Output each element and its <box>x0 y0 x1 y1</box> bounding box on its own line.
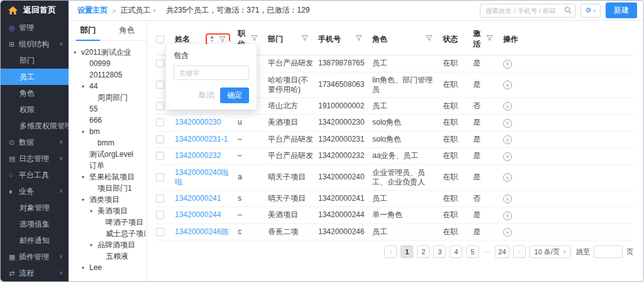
filter-keyword-input[interactable] <box>174 65 249 80</box>
row-checkbox[interactable] <box>156 59 164 67</box>
sidebar-item[interactable]: ♦业务∧ <box>1 183 69 200</box>
row-checkbox[interactable] <box>156 135 164 144</box>
row-actions-chevron-icon[interactable]: ∨ <box>503 102 512 111</box>
sidebar-item[interactable]: ▤日志管理∨ <box>1 150 69 167</box>
row-actions-chevron-icon[interactable]: ∨ <box>503 60 512 69</box>
row-actions-chevron-icon[interactable]: ∨ <box>503 152 512 161</box>
sidebar-item[interactable]: 角色 <box>1 85 69 101</box>
sidebar-item[interactable]: 选项值集 <box>1 216 69 232</box>
select-all-checkbox[interactable] <box>156 35 164 43</box>
tree-node[interactable]: bmm <box>72 137 145 149</box>
filter-confirm-button[interactable]: 确定 <box>220 87 249 103</box>
tree-node[interactable]: ▾酒类项目 <box>72 194 145 205</box>
row-actions-chevron-icon[interactable]: ∨ <box>503 212 512 220</box>
tree-expand-caret-icon[interactable]: ▾ <box>90 242 97 248</box>
tree-node[interactable]: 测试orgLevel <box>72 149 145 160</box>
sidebar-item[interactable]: ◎管理 <box>1 20 69 36</box>
row-checkbox[interactable] <box>156 102 164 110</box>
pagination-page-button[interactable]: 5 <box>466 245 479 258</box>
employee-name-link[interactable]: 13420000240啦啦 <box>175 168 228 186</box>
pagination-page-button[interactable]: 24 <box>495 245 509 258</box>
employee-name-link[interactable]: 13420000244 <box>175 210 221 219</box>
tree-node[interactable]: 威士忌子项目 <box>72 228 145 239</box>
pagination-page-button[interactable]: 1 <box>401 245 413 258</box>
tree-node[interactable]: 周周部门 <box>72 92 145 103</box>
settings-dropdown-button[interactable]: ⚙ ∨ <box>580 4 601 18</box>
row-checkbox[interactable] <box>156 118 164 127</box>
row-checkbox[interactable] <box>156 195 164 203</box>
row-checkbox[interactable] <box>156 152 164 160</box>
tree-node[interactable]: ▾品牌酒项目 <box>72 239 145 251</box>
tree-node[interactable]: ▾v2011测试企业 <box>72 47 145 58</box>
sidebar-item[interactable]: 权限 <box>1 101 69 118</box>
filter-funnel-icon[interactable] <box>426 35 433 42</box>
jump-page-input[interactable] <box>594 245 623 258</box>
breadcrumb-settings-home[interactable]: 设置主页 <box>77 5 108 16</box>
row-checkbox[interactable] <box>156 173 164 181</box>
create-button[interactable]: 新建 <box>606 3 637 18</box>
row-actions-chevron-icon[interactable]: ∨ <box>503 173 512 182</box>
tree-node[interactable]: 20112805 <box>72 69 145 81</box>
sidebar-item[interactable]: 员工 <box>1 69 69 85</box>
pagination-prev-button[interactable]: ‹ <box>384 245 397 258</box>
tree-node[interactable]: 五粮液 <box>72 251 145 262</box>
tree-node[interactable]: ▾Lee <box>72 262 145 273</box>
tree-expand-caret-icon[interactable]: ▾ <box>74 50 81 55</box>
filter-cancel-button[interactable]: 取消 <box>199 90 214 101</box>
row-actions-chevron-icon[interactable]: ∨ <box>503 119 512 128</box>
employee-name-link[interactable]: 13420000241 <box>175 194 221 203</box>
sidebar-item[interactable]: 多维度权限管理 <box>1 118 69 134</box>
sidebar-item[interactable]: ▦插件管理∨ <box>1 249 69 265</box>
tree-expand-caret-icon[interactable]: ▾ <box>90 208 97 214</box>
tree-tab[interactable]: 角色 <box>108 21 147 40</box>
row-actions-chevron-icon[interactable]: ∨ <box>503 195 512 203</box>
breadcrumb-current[interactable]: 正式员工 <box>120 5 150 16</box>
row-checkbox[interactable] <box>156 81 164 89</box>
tree-node[interactable]: 啤酒子项目 <box>72 217 145 228</box>
pagination-page-button[interactable]: 2 <box>417 245 430 258</box>
sidebar-item[interactable]: 邮件通知 <box>1 232 69 249</box>
tree-node[interactable]: ▾美酒项目 <box>72 205 145 217</box>
employee-name-link[interactable]: 13420000231-1 <box>175 135 228 144</box>
tree-expand-caret-icon[interactable]: ▾ <box>82 129 89 135</box>
filter-funnel-icon[interactable] <box>219 36 226 43</box>
pagination-page-button[interactable]: 3 <box>433 245 446 258</box>
pagination-page-button[interactable]: 4 <box>450 245 462 258</box>
sidebar-item[interactable]: 对象管理 <box>1 200 69 216</box>
tree-node[interactable]: 项目部门1 <box>72 183 145 194</box>
sidebar-item[interactable]: ⊙数据∨ <box>1 134 69 150</box>
tree-node[interactable]: ▾44 <box>72 81 145 92</box>
search-input[interactable] <box>480 4 575 18</box>
employee-name-link[interactable]: 13420000230 <box>175 118 221 127</box>
back-home-button[interactable]: 返回首页 <box>1 1 69 20</box>
page-size-select[interactable]: 10 条/页∨ <box>530 245 571 258</box>
row-actions-chevron-icon[interactable]: ∨ <box>503 228 512 237</box>
tree-expand-caret-icon[interactable]: ▾ <box>82 197 89 203</box>
row-checkbox[interactable] <box>156 211 164 219</box>
sidebar-item[interactable]: ○平台工具 <box>1 167 69 183</box>
tree-expand-caret-icon[interactable]: ▾ <box>82 174 89 180</box>
tree-expand-caret-icon[interactable]: ▾ <box>82 265 89 271</box>
sidebar-item[interactable]: ⊞组织结构∧ <box>1 36 69 52</box>
filter-funnel-icon[interactable] <box>355 35 362 42</box>
employee-name-link[interactable]: 13420000232 <box>175 151 221 160</box>
employee-name-link[interactable]: 13420000246陈 <box>175 227 228 236</box>
filter-funnel-icon[interactable] <box>486 35 493 42</box>
sort-icon[interactable] <box>210 36 214 42</box>
tree-node[interactable]: 55 <box>72 103 145 115</box>
tree-node[interactable]: ▾bm <box>72 126 145 137</box>
tree-node[interactable]: ▾坚果松鼠项目 <box>72 171 145 183</box>
filter-funnel-icon[interactable] <box>251 35 258 42</box>
row-checkbox[interactable] <box>156 228 164 236</box>
tree-node[interactable]: 666 <box>72 115 145 126</box>
pagination-next-button[interactable]: › <box>513 245 526 258</box>
row-actions-chevron-icon[interactable]: ∨ <box>503 81 512 89</box>
tree-tab[interactable]: 部门 <box>69 21 108 40</box>
row-actions-chevron-icon[interactable]: ∨ <box>503 135 512 144</box>
sidebar-item[interactable]: 部门 <box>1 52 69 69</box>
tree-expand-caret-icon[interactable]: ▾ <box>82 84 89 89</box>
filter-funnel-icon[interactable] <box>301 35 308 42</box>
sidebar-item[interactable]: ⇄流程∧ <box>1 265 69 281</box>
tree-node[interactable]: 00999 <box>72 58 145 69</box>
tree-node[interactable]: 订单 <box>72 160 145 171</box>
